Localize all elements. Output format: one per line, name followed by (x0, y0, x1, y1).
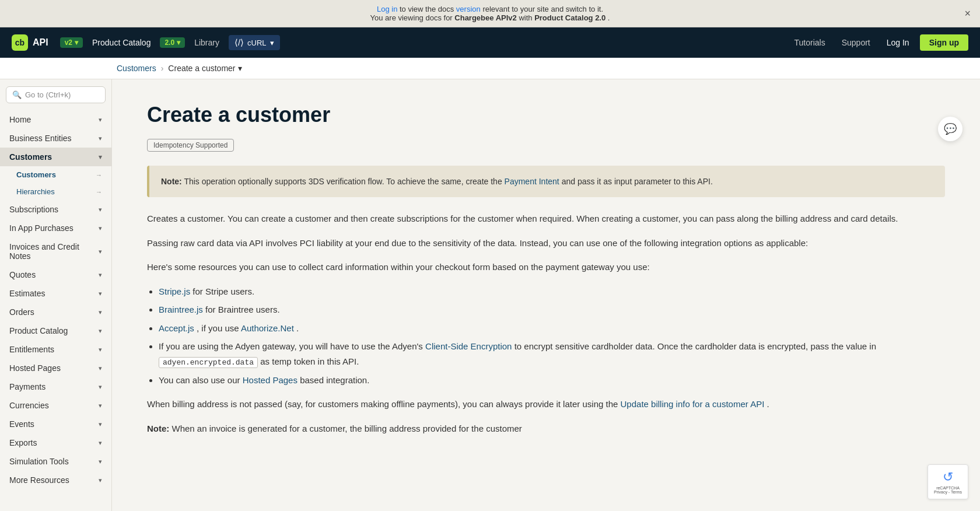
nav-curl[interactable]: ⟨/⟩ cURL ▾ (229, 35, 280, 50)
nav-login[interactable]: Log In (881, 34, 915, 51)
sidebar-item-home[interactable]: Home ▾ (0, 110, 111, 129)
nav-product-catalog[interactable]: Product Catalog (85, 34, 158, 51)
sidebar-item-customers[interactable]: Customers ▾ (0, 148, 111, 166)
chevron-down-icon: ▾ (99, 248, 102, 256)
integration-list: Stripe.js for Stripe users. Braintree.js… (159, 284, 945, 388)
main-content: Create a customer Idempotency Supported … (112, 79, 980, 511)
sidebar-item-payments[interactable]: Payments ▾ (0, 377, 111, 396)
breadcrumb: Customers › Create a customer ▾ (0, 58, 980, 79)
update-billing-link[interactable]: Update billing info for a customer API (621, 399, 765, 409)
para-1: Creates a customer. You can create a cus… (147, 211, 945, 226)
version-badge[interactable]: v2 ▾ (60, 37, 83, 48)
top-nav: cb API v2 ▾ Product Catalog 2.0 ▾ Librar… (0, 27, 980, 58)
chevron-down-icon: ▾ (99, 290, 102, 298)
comment-button[interactable]: 💬 (938, 117, 963, 141)
sidebar: 🔍 Go to (Ctrl+k) Home ▾ Business Entitie… (0, 79, 112, 511)
sidebar-item-quotes[interactable]: Quotes ▾ (0, 265, 111, 284)
list-item: If you are using the Adyen gateway, you … (159, 339, 945, 369)
catalog-version-badge[interactable]: 2.0 ▾ (160, 37, 185, 48)
curl-icon: ⟨/⟩ (235, 37, 244, 48)
note-box-3ds: Note: This operation optionally supports… (147, 166, 945, 197)
recaptcha-icon: ↺ (943, 470, 953, 485)
nav-support[interactable]: Support (836, 34, 876, 51)
sidebar-item-orders[interactable]: Orders ▾ (0, 303, 111, 321)
para-4: When billing address is not passed (say,… (147, 397, 945, 412)
sidebar-item-currencies[interactable]: Currencies ▾ (0, 396, 111, 415)
breadcrumb-customers[interactable]: Customers (117, 64, 156, 73)
chevron-down-icon: ▾ (99, 421, 102, 428)
chevron-down-icon: ▾ (99, 402, 102, 410)
chevron-down-icon: ▾ (99, 225, 102, 232)
nav-right: Tutorials Support Log In Sign up (789, 34, 968, 51)
nav-library[interactable]: Library (187, 34, 226, 51)
api-version-text: Chargebee APIv2 (454, 13, 516, 22)
recaptcha-text: reCAPTCHAPrivacy - Terms (934, 486, 962, 494)
accept-js-link[interactable]: Accept.js (159, 323, 194, 333)
para-3: Here's some resources you can use to col… (147, 260, 945, 275)
idempotency-badge: Idempotency Supported (147, 139, 234, 152)
chevron-down-icon: ▾ (238, 64, 242, 73)
sidebar-item-entitlements[interactable]: Entitlements ▾ (0, 340, 111, 359)
chevron-down-icon: ▾ (99, 477, 102, 484)
chevron-down-icon: ▾ (99, 153, 102, 161)
arrow-right-icon: → (96, 188, 102, 195)
arrow-right-icon: → (96, 172, 102, 178)
list-item: Stripe.js for Stripe users. (159, 284, 945, 299)
chevron-down-icon: ▾ (99, 116, 102, 124)
search-placeholder: Go to (Ctrl+k) (25, 90, 71, 99)
chevron-down-icon: ▾ (99, 327, 102, 335)
sidebar-item-product-catalog[interactable]: Product Catalog ▾ (0, 321, 111, 340)
list-item: Accept.js , if you use Authorize.Net . (159, 321, 945, 336)
payment-intent-link[interactable]: Payment Intent (505, 177, 559, 186)
chevron-down-icon: ▾ (99, 346, 102, 354)
login-link[interactable]: Log in (377, 5, 397, 13)
chevron-down-icon: ▾ (99, 206, 102, 214)
chevron-down-icon: ▾ (75, 38, 78, 47)
catalog-version-text: Product Catalog 2.0 (534, 13, 606, 22)
sidebar-item-events[interactable]: Events ▾ (0, 415, 111, 433)
breadcrumb-separator: › (161, 64, 164, 73)
sidebar-item-more-resources[interactable]: More Resources ▾ (0, 471, 111, 489)
sidebar-item-hosted-pages[interactable]: Hosted Pages ▾ (0, 359, 111, 377)
page-layout: 🔍 Go to (Ctrl+k) Home ▾ Business Entitie… (0, 79, 980, 511)
comment-icon: 💬 (944, 123, 957, 135)
banner-close-button[interactable]: × (964, 8, 971, 19)
breadcrumb-current[interactable]: Create a customer ▾ (168, 64, 242, 73)
sidebar-subitem-hierarchies[interactable]: Hierarchies → (0, 183, 111, 200)
para-note2: Note: When an invoice is generated for a… (147, 421, 945, 436)
sidebar-item-exports[interactable]: Exports ▾ (0, 433, 111, 452)
sidebar-item-in-app-purchases[interactable]: In App Purchases ▾ (0, 219, 111, 237)
sidebar-item-business-entities[interactable]: Business Entities ▾ (0, 129, 111, 148)
hosted-pages-link[interactable]: Hosted Pages (243, 375, 298, 385)
braintree-js-link[interactable]: Braintree.js (159, 304, 203, 314)
authorize-net-link[interactable]: Authorize.Net (241, 323, 294, 333)
sidebar-subitem-customers[interactable]: Customers → (0, 166, 111, 183)
nav-logo[interactable]: cb API (12, 34, 48, 51)
para-2: Passing raw card data via API involves P… (147, 236, 945, 251)
api-label: API (33, 37, 48, 48)
stripe-js-link[interactable]: Stripe.js (159, 286, 190, 296)
sidebar-item-subscriptions[interactable]: Subscriptions ▾ (0, 200, 111, 219)
version-link[interactable]: version (456, 5, 481, 13)
nav-signup[interactable]: Sign up (920, 34, 968, 51)
chevron-down-icon: ▾ (270, 38, 274, 47)
search-box[interactable]: 🔍 Go to (Ctrl+k) (6, 86, 106, 103)
recaptcha-badge: ↺ reCAPTCHAPrivacy - Terms (928, 464, 968, 499)
chevron-down-icon: ▾ (99, 365, 102, 372)
client-side-encryption-link[interactable]: Client-Side Encryption (425, 341, 512, 351)
note2-label: Note: (147, 424, 169, 433)
top-banner: Log in to view the docs version relevant… (0, 0, 980, 27)
list-item: Braintree.js for Braintree users. (159, 302, 945, 317)
sidebar-item-estimates[interactable]: Estimates ▾ (0, 284, 111, 303)
chevron-down-icon: ▾ (99, 458, 102, 466)
inline-code-adyen: adyen.encrypted.data (159, 357, 258, 368)
note-label: Note: (161, 177, 182, 186)
sidebar-item-simulation-tools[interactable]: Simulation Tools ▾ (0, 452, 111, 471)
chevron-down-icon: ▾ (99, 439, 102, 447)
chevron-down-icon: ▾ (99, 383, 102, 391)
nav-tutorials[interactable]: Tutorials (789, 34, 831, 51)
chevron-down-icon: ▾ (99, 309, 102, 316)
sidebar-item-invoices[interactable]: Invoices and Credit Notes ▾ (0, 237, 111, 265)
page-title: Create a customer (147, 103, 945, 127)
chevron-down-icon: ▾ (99, 271, 102, 279)
